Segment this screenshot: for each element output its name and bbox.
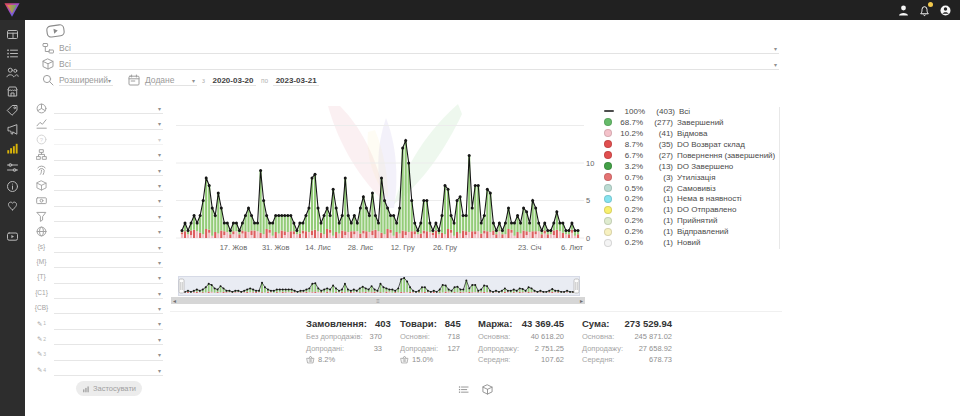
legend-item[interactable]: 100%(403)Всі xyxy=(604,106,776,117)
legend-percent: 100% xyxy=(618,107,645,116)
filter-fingerprint-select[interactable]: ▾ xyxy=(35,161,163,176)
filter-var-cb-value: ▾ xyxy=(54,302,163,314)
summary-title: Маржа: xyxy=(478,318,512,329)
chart-horizontal-scrollbar[interactable]: ◂ ≡ ▸ xyxy=(171,297,585,304)
legend-item[interactable]: 6.7%(27)Повернення (завершений) xyxy=(604,150,776,161)
date-from-input[interactable]: 2020-03-20 xyxy=(210,73,256,86)
notifications-bell-icon[interactable] xyxy=(918,4,931,17)
nav-dashboard-icon[interactable] xyxy=(6,28,19,41)
pencil-icon: ✎3 xyxy=(35,349,48,361)
orders-list-view-icon[interactable] xyxy=(458,384,469,395)
app-logo-icon[interactable] xyxy=(3,2,21,18)
summary-sub-label: Середня: xyxy=(478,355,510,364)
summary-sub-value: 40 618.20 xyxy=(531,332,564,341)
legend-item[interactable]: 0.2%(1)Прийнятий xyxy=(604,215,776,226)
braces-icon: {M} xyxy=(35,256,48,268)
filter-structure-select[interactable]: ▾ xyxy=(35,145,163,160)
filter-var-s-select[interactable]: {s}▾ xyxy=(35,238,163,253)
chevron-down-icon: ▾ xyxy=(158,228,163,236)
filter-help-select: ?▾ xyxy=(35,130,163,145)
filter-custom-1-select[interactable]: ✎1▾ xyxy=(35,314,163,329)
legend-label: Повернення (завершений) xyxy=(677,151,775,160)
brush-handle-right[interactable] xyxy=(574,279,579,293)
summary-title: Сума: xyxy=(582,318,609,329)
legend-count: (13) xyxy=(648,162,673,171)
nav-orders-icon[interactable] xyxy=(6,47,19,60)
filter-payment-select[interactable]: ▾ xyxy=(35,191,163,206)
scroll-left-icon[interactable]: ◂ xyxy=(171,298,178,304)
nav-info-icon[interactable] xyxy=(6,180,19,193)
products-view-icon[interactable] xyxy=(482,384,493,395)
filter-wheel-select[interactable]: ▾ xyxy=(35,99,163,114)
scroll-right-icon[interactable]: ▸ xyxy=(578,298,585,304)
legend-item[interactable]: 3.2%(13)DO Завершено xyxy=(604,161,776,172)
legend-item[interactable]: 0.2%(1)Нема в наявності xyxy=(604,194,776,205)
summary-sub-label: Без допродажів: xyxy=(306,332,363,341)
summary-title: Товари: xyxy=(400,318,437,329)
legend-item[interactable]: 0.2%(1)DO Отправлено xyxy=(604,204,776,215)
legend-count: (1) xyxy=(648,205,673,214)
summary-column: Маржа:43 369.45Основна:40 618.20Допродаж… xyxy=(478,318,564,364)
scrollbar-grip-icon[interactable]: ≡ xyxy=(376,298,380,304)
filter-custom-3-select[interactable]: ✎3▾ xyxy=(35,345,163,360)
pencil-icon: ✎4 xyxy=(35,364,48,376)
filter-trend-select[interactable]: ▾ xyxy=(35,114,163,129)
nav-settings-icon[interactable] xyxy=(6,161,19,174)
nav-favorites-icon[interactable] xyxy=(6,199,19,212)
video-help-icon[interactable] xyxy=(44,23,67,39)
nav-products-icon[interactable] xyxy=(6,104,19,117)
legend-item[interactable]: 10.2%(41)Відмова xyxy=(604,128,776,139)
legend-item[interactable]: 0.7%(3)Утилізація xyxy=(604,172,776,183)
summary-stats: Замовлення:403Без допродажів:370Допродан… xyxy=(306,318,672,364)
legend-item[interactable]: 0.2%(1)Новий xyxy=(604,237,776,248)
user-icon[interactable] xyxy=(897,4,910,17)
filter-custom-4-select[interactable]: ✎4▾ xyxy=(35,361,163,376)
braces-icon: {s} xyxy=(35,241,48,253)
filter-var-t-select[interactable]: {T}▾ xyxy=(35,268,163,283)
chevron-down-icon: ▾ xyxy=(774,45,779,53)
brush-handle-left[interactable] xyxy=(179,279,184,293)
filter-custom-2-select[interactable]: ✎2▾ xyxy=(35,330,163,345)
legend-item[interactable]: 8.7%(35)DO Возврат склад xyxy=(604,139,776,150)
summary-sub-label: Середня: xyxy=(582,355,614,364)
account-icon[interactable] xyxy=(939,4,952,17)
nav-store-icon[interactable] xyxy=(6,85,19,98)
bar-chart-icon xyxy=(82,385,90,393)
legend-count: (1) xyxy=(648,238,673,247)
search-mode-select[interactable]: Розширений ▾ xyxy=(59,73,113,86)
chevron-down-icon: ▾ xyxy=(158,305,163,313)
nav-customers-icon[interactable] xyxy=(6,66,19,79)
filter-region-select[interactable]: ▾ xyxy=(35,222,163,237)
chart-range-brush[interactable] xyxy=(178,276,580,296)
legend-item[interactable]: 68.7%(277)Завершений xyxy=(604,117,776,128)
legend-label: Нема в наявності xyxy=(677,194,742,203)
orders-timeline-chart[interactable]: 17. Жов31. Жов14. Лис28. Лис12. Гру26. Г… xyxy=(176,102,606,260)
chevron-down-icon: ▾ xyxy=(158,105,163,113)
summary-title: Замовлення: xyxy=(306,318,367,329)
legend-item[interactable]: 0.5%(2)Самовивіз xyxy=(604,183,776,194)
date-to-input[interactable]: 2023-03-21 xyxy=(273,73,319,86)
filter-var-m-select[interactable]: {M}▾ xyxy=(35,253,163,268)
filter-funnel-select[interactable]: ▾ xyxy=(35,207,163,222)
nav-marketing-icon[interactable] xyxy=(6,123,19,136)
filter-product-select[interactable]: ▾ xyxy=(35,176,163,191)
summary-sub-label: Допродані: xyxy=(306,344,344,353)
nav-analytics-icon[interactable] xyxy=(6,142,19,155)
summary-sub-label: Допродажу: xyxy=(478,344,519,353)
legend-item[interactable]: 0.2%(1)Відправлений xyxy=(604,226,776,237)
summary-column: Товари:845Основні:718Допродані:12715.0% xyxy=(400,318,460,364)
filter-var-c1-select[interactable]: {C1}▾ xyxy=(35,284,163,299)
filter-var-cb-select[interactable]: {CB}▾ xyxy=(35,299,163,314)
chevron-down-icon: ▾ xyxy=(158,336,163,344)
legend-percent: 68.7% xyxy=(616,118,643,127)
apply-filters-button[interactable]: Застосувати xyxy=(76,381,142,396)
products-filter-value: Всі xyxy=(59,59,71,69)
date-field-select[interactable]: Додане ▾ xyxy=(145,73,197,86)
money-icon xyxy=(35,195,48,207)
nav-video-icon[interactable] xyxy=(6,230,19,243)
summary-value: 273 529.94 xyxy=(624,318,672,329)
products-filter-select[interactable]: Всі ▾ xyxy=(59,57,779,70)
filter-product-value: ▾ xyxy=(54,179,163,191)
chevron-down-icon: ▾ xyxy=(158,197,163,205)
status-filter-select[interactable]: Всі ▾ xyxy=(59,41,779,54)
